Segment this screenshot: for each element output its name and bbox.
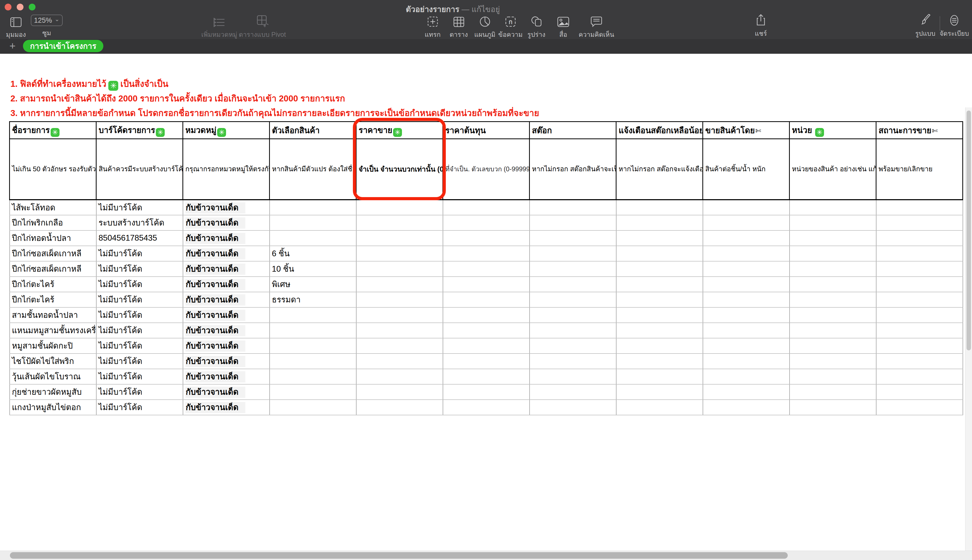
cell-empty[interactable] xyxy=(703,200,790,215)
cell-empty[interactable] xyxy=(703,369,790,384)
column-header-3[interactable]: หมวดหมู่✳ xyxy=(183,122,269,139)
share-button[interactable]: แชร์ xyxy=(749,13,773,38)
cell-barcode[interactable]: ไม่มีบาร์โค้ด xyxy=(96,200,183,215)
format-button[interactable]: รูปแบบ xyxy=(908,13,942,38)
cell-empty[interactable] xyxy=(443,246,530,261)
cell-empty[interactable] xyxy=(790,215,876,230)
cell-barcode[interactable]: ระบบสร้างบาร์โค้ด xyxy=(96,215,183,230)
column-description-2[interactable]: สินค้าควรมีระบบสร้างบาร์โค้ดหรือไม่มีบาร… xyxy=(96,139,183,200)
cell-option[interactable]: 6 ชิ้น xyxy=(269,246,356,261)
cell-empty[interactable] xyxy=(530,384,616,400)
cell-empty[interactable] xyxy=(356,353,443,369)
cell-barcode[interactable]: 8504561785435 xyxy=(96,230,183,246)
column-header-7[interactable]: สต๊อก xyxy=(530,122,616,139)
cell-barcode[interactable]: ไม่มีบาร์โค้ด xyxy=(96,292,183,307)
red-highlight-annotation[interactable] xyxy=(353,118,446,200)
cell-empty[interactable] xyxy=(703,323,790,338)
cell-empty[interactable] xyxy=(530,277,616,292)
cell-category[interactable]: กับข้าวจานเด็ด xyxy=(183,384,269,400)
cell-barcode[interactable]: ไม่มีบาร์โค้ด xyxy=(96,384,183,400)
cell-empty[interactable] xyxy=(703,307,790,323)
cell-empty[interactable] xyxy=(790,246,876,261)
cell-empty[interactable] xyxy=(530,200,616,215)
cell-option[interactable] xyxy=(269,215,356,230)
column-header-8[interactable]: แจ้งเตือนสต๊อกเหลือน้อย xyxy=(616,122,703,139)
minimize-window-button[interactable] xyxy=(17,3,23,10)
cell-empty[interactable] xyxy=(790,277,876,292)
column-header-9[interactable]: ขายสินค้าโดย✄ xyxy=(703,122,790,139)
cell-empty[interactable] xyxy=(530,261,616,277)
cell-category[interactable]: กับข้าวจานเด็ด xyxy=(183,353,269,369)
cell-empty[interactable] xyxy=(530,246,616,261)
add-category-button[interactable]: เพิ่มหมวดหมู่ xyxy=(196,15,243,40)
cell-empty[interactable] xyxy=(443,230,530,246)
cell-barcode[interactable]: ไม่มีบาร์โค้ด xyxy=(96,353,183,369)
cell-empty[interactable] xyxy=(356,292,443,307)
zoom-select[interactable]: 125% ⌄ xyxy=(31,15,63,26)
cell-barcode[interactable]: ไม่มีบาร์โค้ด xyxy=(96,246,183,261)
cell-empty[interactable] xyxy=(443,200,530,215)
organize-button[interactable]: จัดระเบียบ xyxy=(939,13,970,38)
cell-category[interactable]: กับข้าวจานเด็ด xyxy=(183,400,269,415)
cell-empty[interactable] xyxy=(876,384,963,400)
cell-empty[interactable] xyxy=(616,200,703,215)
cell-name[interactable]: ปีกไก่ตะไคร้ xyxy=(10,277,96,292)
cell-category[interactable]: กับข้าวจานเด็ด xyxy=(183,338,269,353)
column-header-2[interactable]: บาร์โค้ดรายการ✳ xyxy=(96,122,183,139)
cell-empty[interactable] xyxy=(876,292,963,307)
cell-option[interactable] xyxy=(269,200,356,215)
cell-option[interactable] xyxy=(269,230,356,246)
cell-empty[interactable] xyxy=(790,400,876,415)
column-description-1[interactable]: ไม่เกิน 50 ตัวอักษร รองรับตัวอักษรจีน/ตั… xyxy=(10,139,96,200)
cell-empty[interactable] xyxy=(876,230,963,246)
column-header-11[interactable]: สถานะการขาย✄ xyxy=(876,122,963,139)
cell-name[interactable]: วุ้นเส้นผัดไขโบราณ xyxy=(10,369,96,384)
cell-empty[interactable] xyxy=(443,338,530,353)
column-description-10[interactable]: หน่วยของสินค้า อย่างเช่น แก้ว จาน ขวดหรื… xyxy=(790,139,876,200)
cell-empty[interactable] xyxy=(790,338,876,353)
horizontal-scrollbar-thumb[interactable] xyxy=(10,552,788,559)
horizontal-scrollbar-track[interactable] xyxy=(0,551,972,560)
cell-empty[interactable] xyxy=(790,384,876,400)
cell-empty[interactable] xyxy=(876,338,963,353)
cell-category[interactable]: กับข้าวจานเด็ด xyxy=(183,292,269,307)
cell-option[interactable] xyxy=(269,384,356,400)
column-description-7[interactable]: หากไม่กรอก สต๊อกสินค้าจะเป็น0 xyxy=(530,139,616,200)
cell-empty[interactable] xyxy=(530,292,616,307)
cell-empty[interactable] xyxy=(790,261,876,277)
cell-name[interactable]: หมูสามชั้นผัดกะปิ xyxy=(10,338,96,353)
cell-name[interactable]: ปีกไก่ตะไคร้ xyxy=(10,292,96,307)
cell-barcode[interactable]: ไม่มีบาร์โค้ด xyxy=(96,338,183,353)
cell-empty[interactable] xyxy=(616,369,703,384)
cell-empty[interactable] xyxy=(356,400,443,415)
cell-empty[interactable] xyxy=(616,307,703,323)
cell-empty[interactable] xyxy=(703,353,790,369)
column-header-10[interactable]: หน่วย ✳ xyxy=(790,122,876,139)
cell-empty[interactable] xyxy=(356,338,443,353)
cell-name[interactable]: ไชโป้ผัดไข่ใส่พริก xyxy=(10,353,96,369)
cell-barcode[interactable]: ไม่มีบาร์โค้ด xyxy=(96,261,183,277)
cell-empty[interactable] xyxy=(616,261,703,277)
cell-option[interactable] xyxy=(269,323,356,338)
cell-empty[interactable] xyxy=(356,384,443,400)
cell-empty[interactable] xyxy=(876,215,963,230)
cell-empty[interactable] xyxy=(443,323,530,338)
cell-empty[interactable] xyxy=(790,353,876,369)
cell-barcode[interactable]: ไม่มีบาร์โค้ด xyxy=(96,323,183,338)
cell-name[interactable]: ปีกไก่พริกเกลือ xyxy=(10,215,96,230)
cell-empty[interactable] xyxy=(790,200,876,215)
cell-barcode[interactable]: ไม่มีบาร์โค้ด xyxy=(96,400,183,415)
cell-empty[interactable] xyxy=(356,369,443,384)
cell-option[interactable] xyxy=(269,400,356,415)
cell-empty[interactable] xyxy=(703,246,790,261)
cell-empty[interactable] xyxy=(790,307,876,323)
cell-empty[interactable] xyxy=(616,277,703,292)
cell-empty[interactable] xyxy=(876,353,963,369)
column-description-11[interactable]: พร้อมขาย/เลิกขาย xyxy=(876,139,963,200)
cell-empty[interactable] xyxy=(443,215,530,230)
column-description-6[interactable]: ที่จำเป็น. ตัวเลขบวก (0-99999999.99) เท่… xyxy=(443,139,530,200)
text-button[interactable]: ก ข้อความ xyxy=(495,15,525,40)
column-header-6[interactable]: ราคาต้นทุน xyxy=(443,122,530,139)
cell-category[interactable]: กับข้าวจานเด็ด xyxy=(183,261,269,277)
column-description-8[interactable]: หากไม่กรอก สต๊อกจะแจ้งเตือนเมื่อเหลือ0 xyxy=(616,139,703,200)
